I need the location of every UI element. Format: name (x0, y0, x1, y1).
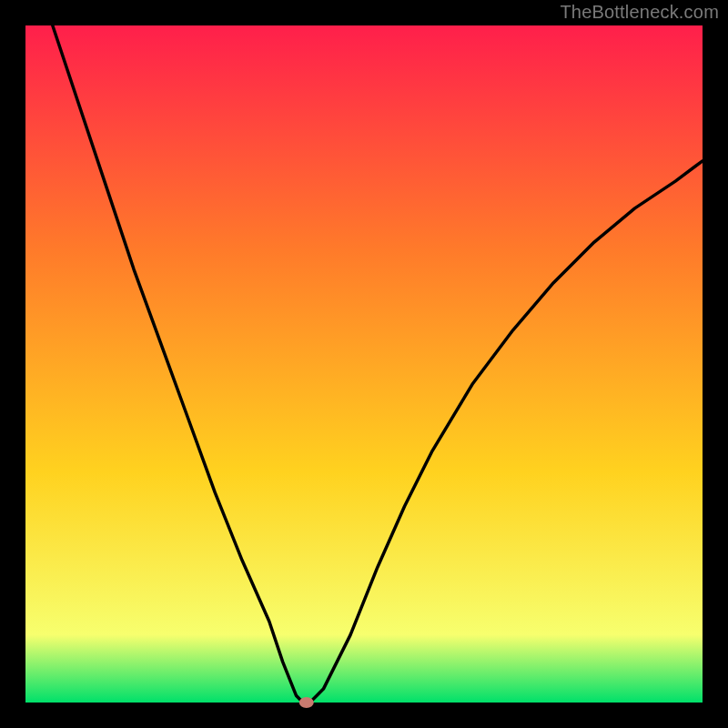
optimal-point-marker (299, 697, 314, 708)
chart-container: TheBottleneck.com (0, 0, 728, 728)
watermark-text: TheBottleneck.com (560, 2, 719, 23)
bottleneck-chart (0, 0, 728, 728)
